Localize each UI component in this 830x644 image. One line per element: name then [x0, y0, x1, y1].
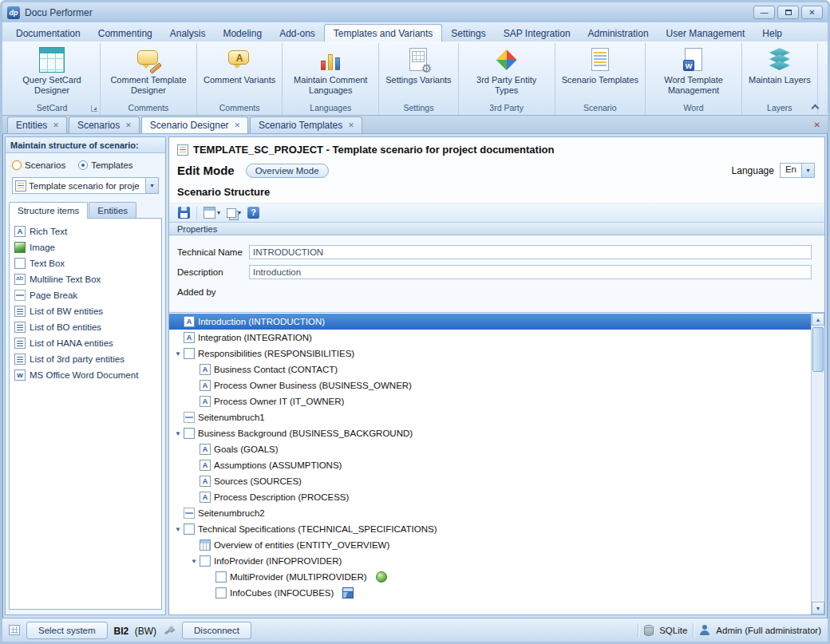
radio-icon[interactable]	[78, 160, 88, 170]
third-party-entity-types-button[interactable]: 3rd Party Entity Types	[463, 44, 551, 103]
doc-tab-scenarios[interactable]: Scenarios ✕	[69, 117, 140, 133]
comment-variants-button[interactable]: A Comment Variants	[201, 44, 278, 103]
select-system-button[interactable]: Select system	[26, 622, 108, 639]
tree-row-multiprovider[interactable]: MultiProvider (MULTIPROVIDER)	[169, 569, 811, 585]
expander-icon[interactable]: ▼	[172, 350, 184, 358]
tab-documentation[interactable]: Documentation	[7, 25, 89, 41]
database-label: SQLite	[659, 626, 687, 635]
tree-row-seitenumbruch2[interactable]: Seitenumbruch2	[169, 505, 811, 521]
tab-structure-items[interactable]: Structure items	[9, 202, 88, 219]
list-item-multiline-text-box[interactable]: Multiline Text Box	[10, 271, 161, 287]
doc-tab-scenario-templates[interactable]: Scenario Templates ✕	[250, 117, 362, 133]
help-button[interactable]: ?	[245, 205, 262, 220]
tab-commenting[interactable]: Commenting	[89, 25, 161, 41]
close-active-tab-icon[interactable]: ✕	[814, 121, 820, 129]
tab-close-icon[interactable]: ✕	[125, 122, 132, 129]
tree-row-sources[interactable]: Sources (SOURCES)	[169, 473, 811, 489]
scroll-down-icon[interactable]: ▼	[812, 602, 824, 614]
tree-row-responsibilities[interactable]: ▼Responsibilities (RESPONSIBILITIES)	[169, 346, 811, 362]
doc-tab-entities[interactable]: Entities ✕	[7, 117, 67, 133]
text-box-icon	[215, 587, 227, 599]
tree-row-seitenumbruch1[interactable]: Seitenumbruch1	[169, 409, 811, 425]
expander-icon[interactable]: ▼	[172, 430, 184, 437]
list-item-rich-text[interactable]: Rich Text	[10, 223, 161, 239]
maintain-layers-button[interactable]: Maintain Layers	[746, 44, 813, 103]
doc-tab-scenario-designer[interactable]: Scenario Designer ✕	[141, 117, 248, 133]
item-dropdown-button[interactable]: ▾	[201, 205, 223, 220]
overview-mode-button[interactable]: Overview Mode	[246, 164, 329, 178]
tab-analysis[interactable]: Analysis	[161, 25, 215, 41]
tree-scrollbar[interactable]: ▲ ▼	[811, 313, 824, 614]
tree-row-infocubes[interactable]: InfoCubes (INFOCUBES)	[169, 585, 811, 601]
tab-sap-integration[interactable]: SAP Integration	[495, 25, 579, 41]
tree-row-integration[interactable]: Integration (INTEGRATION)	[169, 330, 811, 346]
close-button[interactable]: ✕	[801, 6, 823, 19]
tree-row-technical-specifications[interactable]: ▼Technical Specifications (TECHNICAL_SPE…	[169, 521, 811, 537]
disconnect-button[interactable]: Disconnect	[182, 622, 251, 639]
tab-modeling[interactable]: Modeling	[214, 25, 271, 41]
tree-row-process-description[interactable]: Process Description (PROCESS)	[169, 489, 811, 505]
tree-row-process-owner-it[interactable]: Process Owner IT (IT_OWNER)	[169, 393, 811, 409]
tab-administration[interactable]: Administration	[579, 25, 658, 41]
maintain-comment-languages-button[interactable]: Maintain Comment Languages	[287, 44, 374, 103]
page-break-icon	[184, 412, 195, 423]
tree-row-assumptions[interactable]: Assumptions (ASSUMPTIONS)	[169, 457, 811, 473]
copy-dropdown-button[interactable]: ▾	[224, 207, 243, 219]
minimize-button[interactable]: —	[753, 6, 775, 19]
comment-variants-icon: A	[227, 47, 252, 73]
description-field[interactable]	[249, 265, 812, 279]
tab-entities[interactable]: Entities	[89, 202, 136, 218]
window-title: Docu Performer	[25, 7, 93, 18]
tab-help[interactable]: Help	[753, 25, 791, 41]
list-item-3rd-party-entities[interactable]: List of 3rd party entities	[10, 351, 161, 367]
query-setcard-designer-button[interactable]: Query SetCard Designer	[8, 44, 96, 103]
comment-template-designer-button[interactable]: Comment Template Designer	[105, 44, 192, 103]
group-caption: 3rd Party	[489, 103, 524, 115]
structure-toolbar: ▾ ▾ ?	[169, 203, 824, 222]
tab-close-icon[interactable]: ✕	[53, 122, 59, 129]
save-button[interactable]	[176, 205, 192, 220]
text-box-icon	[215, 571, 227, 583]
template-select-combo[interactable]: Template scenario for proje ▾	[12, 177, 159, 194]
tab-close-icon[interactable]: ✕	[348, 122, 354, 129]
dialog-launcher-icon[interactable]	[91, 105, 97, 112]
expander-icon[interactable]: ▼	[188, 558, 200, 565]
scrollbar-thumb[interactable]	[812, 327, 824, 372]
list-item-word-document[interactable]: MS Office Word Document	[10, 367, 161, 383]
word-template-management-button[interactable]: W Word Template Management	[650, 44, 737, 103]
collapse-ribbon-icon[interactable]	[812, 104, 818, 110]
tree-row-introduction[interactable]: Introduction (INTRODUCTION)	[169, 314, 811, 330]
expander-icon[interactable]: ▼	[172, 526, 184, 533]
scenario-templates-button[interactable]: Scenario Templates	[559, 44, 641, 103]
chevron-down-icon[interactable]: ▾	[801, 164, 814, 177]
tree-row-business-background[interactable]: ▼Business Background (BUSINESS_BACKGROUN…	[169, 425, 811, 441]
tree-row-business-contact[interactable]: Business Contact (CONTACT)	[169, 362, 811, 377]
ribbon-group-comments-2: A Comment Variants Comments	[197, 43, 283, 115]
tab-user-management[interactable]: User Management	[658, 25, 754, 41]
tab-add-ons[interactable]: Add-ons	[271, 25, 324, 41]
language-combo[interactable]: En ▾	[780, 163, 815, 178]
list-item-page-break[interactable]: Page Break	[10, 287, 161, 303]
technical-name-field[interactable]	[249, 245, 812, 259]
ribbon: Query SetCard Designer SetCard Comment T…	[2, 41, 828, 116]
radio-templates[interactable]: Templates	[78, 160, 132, 170]
list-item-hana-entities[interactable]: List of HANA entities	[10, 335, 161, 351]
list-item-bw-entities[interactable]: List of BW entities	[10, 303, 161, 319]
tab-close-icon[interactable]: ✕	[235, 122, 241, 129]
list-item-image[interactable]: Image	[10, 239, 161, 255]
tab-templates-and-variants[interactable]: Templates and Variants	[324, 24, 443, 41]
scroll-up-icon[interactable]: ▲	[812, 313, 824, 326]
settings-variants-button[interactable]: ⚙ Settings Variants	[383, 44, 453, 103]
tree-row-goals[interactable]: Goals (GOALS)	[169, 441, 811, 457]
tree-row-process-owner-business[interactable]: Process Owner Business (BUSINESS_OWNER)	[169, 377, 811, 393]
tree-row-infoprovider[interactable]: ▼InfoProvider (INFOPROVIDER)	[169, 553, 811, 569]
scrollbar-track[interactable]	[812, 373, 824, 602]
list-item-bo-entities[interactable]: List of BO entities	[10, 319, 161, 335]
radio-scenarios[interactable]: Scenarios	[12, 160, 65, 170]
tree-row-overview-of-entities[interactable]: Overview of entities (ENTITY_OVERVIEW)	[169, 537, 811, 553]
radio-icon[interactable]	[12, 160, 22, 170]
maximize-button[interactable]	[777, 6, 799, 19]
list-item-text-box[interactable]: Text Box	[10, 255, 161, 271]
tab-settings[interactable]: Settings	[442, 25, 494, 41]
chevron-down-icon[interactable]: ▾	[145, 178, 158, 193]
